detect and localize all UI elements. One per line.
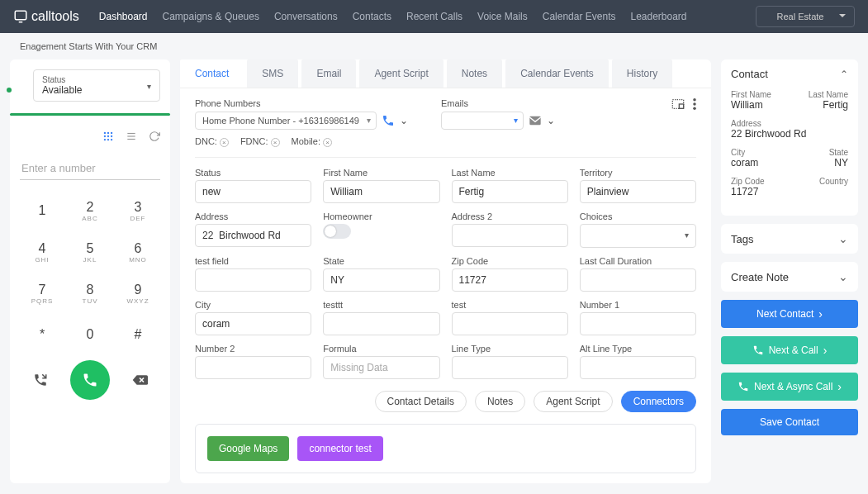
keypad-key-*[interactable]: * — [20, 316, 64, 354]
keypad-icon[interactable] — [102, 131, 114, 142]
next-contact-button[interactable]: Next Contact — [721, 300, 858, 328]
contact-details-pill[interactable]: Contact Details — [375, 391, 467, 412]
emails-label: Emails — [441, 98, 555, 108]
number2-field[interactable] — [195, 356, 311, 379]
expand-icon[interactable] — [671, 98, 685, 110]
create-note-card: Create Note — [721, 262, 858, 292]
homeowner-toggle[interactable] — [323, 224, 351, 239]
phone-icon — [752, 344, 764, 356]
tab-history[interactable]: History — [612, 59, 672, 88]
dnc-toggle[interactable]: × — [220, 138, 229, 147]
last-call-field[interactable] — [580, 268, 696, 292]
keypad-key-1[interactable]: 1 — [20, 192, 64, 230]
svg-point-18 — [693, 107, 696, 111]
keypad-key-5[interactable]: 5JKL — [68, 233, 112, 271]
email-select[interactable] — [441, 112, 524, 130]
mobile-toggle[interactable]: × — [323, 138, 332, 147]
svg-point-3 — [111, 132, 112, 134]
main-nav: DashboardCampaigns & QueuesConversations… — [99, 11, 687, 22]
connectors-pill[interactable]: Connectors — [621, 391, 696, 412]
alt-line-field[interactable] — [580, 356, 696, 379]
keypad-key-8[interactable]: 8TUV — [68, 274, 112, 312]
chevron-down-icon[interactable]: ⌄ — [547, 115, 555, 126]
nav-item-contacts[interactable]: Contacts — [353, 11, 391, 22]
status-indicator-dot — [7, 88, 12, 93]
agent-script-pill[interactable]: Agent Script — [534, 391, 612, 412]
contact-card-header[interactable]: Contact — [721, 59, 858, 88]
keypad-key-#[interactable]: # — [116, 316, 160, 354]
chevron-down-icon[interactable]: ⌄ — [400, 115, 408, 126]
create-note-header[interactable]: Create Note — [721, 262, 858, 292]
tab-contact[interactable]: Contact — [180, 59, 244, 88]
number1-field[interactable] — [580, 312, 696, 335]
fdnc-toggle[interactable]: × — [271, 138, 280, 147]
tags-card-header[interactable]: Tags — [721, 224, 858, 254]
nav-item-recent-calls[interactable]: Recent Calls — [406, 11, 462, 22]
phone-numbers-label: Phone Numbers — [195, 98, 408, 108]
tags-card: Tags — [721, 224, 858, 254]
phone-number-select[interactable]: Home Phone Number - +16316986149 — [195, 112, 377, 130]
choices-select[interactable] — [580, 224, 696, 248]
state-field[interactable] — [323, 268, 439, 292]
nav-item-conversations[interactable]: Conversations — [274, 11, 338, 22]
first-name-field[interactable] — [323, 180, 439, 203]
status-field[interactable] — [195, 180, 311, 203]
contact-card: Contact First NameWilliamLast NameFertig… — [721, 59, 858, 216]
connectors-box: Google Maps connector test — [195, 424, 696, 473]
last-name-field[interactable] — [452, 180, 568, 203]
dial-button[interactable] — [70, 360, 110, 400]
outgoing-call-icon[interactable] — [29, 368, 52, 392]
address2-field[interactable] — [452, 224, 568, 247]
status-bar — [10, 113, 170, 116]
keypad-key-3[interactable]: 3DEF — [116, 192, 160, 230]
save-contact-button[interactable]: Save Contact — [721, 409, 858, 435]
google-maps-button[interactable]: Google Maps — [207, 436, 289, 461]
nav-item-leaderboard[interactable]: Leaderboard — [630, 11, 686, 22]
dnc-row: DNC:× FDNC:× Mobile:× — [195, 136, 696, 147]
tab-notes[interactable]: Notes — [447, 59, 502, 88]
zip-field[interactable] — [452, 268, 568, 292]
keypad-key-9[interactable]: 9WXYZ — [116, 274, 160, 312]
city-field[interactable] — [195, 312, 311, 335]
address-field[interactable] — [195, 224, 311, 247]
nav-item-campaigns-queues[interactable]: Campaigns & Queues — [163, 11, 259, 22]
svg-point-6 — [111, 135, 112, 137]
nav-item-voice-mails[interactable]: Voice Mails — [477, 11, 528, 22]
keypad-key-2[interactable]: 2ABC — [68, 192, 112, 230]
territory-field[interactable] — [580, 180, 696, 203]
right-column: Contact First NameWilliamLast NameFertig… — [721, 59, 858, 483]
svg-point-2 — [107, 132, 109, 134]
next-call-button[interactable]: Next & Call — [721, 336, 858, 364]
industry-dropdown[interactable]: Real Estate — [756, 6, 855, 27]
next-async-call-button[interactable]: Next & Async Call — [721, 373, 858, 401]
nav-item-dashboard[interactable]: Dashboard — [99, 11, 148, 22]
brand-logo: calltools — [13, 9, 79, 24]
svg-point-17 — [693, 102, 696, 106]
keypad-key-6[interactable]: 6MNO — [116, 233, 160, 271]
backspace-icon[interactable] — [128, 368, 151, 392]
phone-number-input[interactable] — [20, 157, 160, 180]
testtt-field[interactable] — [323, 312, 439, 335]
notes-pill[interactable]: Notes — [475, 391, 525, 412]
call-icon[interactable] — [382, 114, 395, 127]
more-options-icon[interactable] — [693, 98, 696, 110]
keypad-key-0[interactable]: 0 — [68, 316, 112, 354]
status-dropdown[interactable]: Status Available — [33, 69, 160, 102]
svg-point-5 — [107, 135, 109, 137]
list-icon[interactable] — [126, 131, 137, 142]
formula-field[interactable] — [323, 356, 439, 379]
nav-item-calendar-events[interactable]: Calendar Events — [543, 11, 616, 22]
tab-agent-script[interactable]: Agent Script — [359, 59, 443, 88]
test2-field[interactable] — [452, 312, 568, 335]
tab-sms[interactable]: SMS — [247, 59, 298, 88]
keypad-key-7[interactable]: 7PQRS — [20, 274, 64, 312]
tab-calendar-events[interactable]: Calendar Events — [505, 59, 609, 88]
test-field[interactable] — [195, 268, 311, 292]
connector-test-button[interactable]: connector test — [297, 436, 382, 461]
svg-point-9 — [111, 139, 112, 140]
line-type-field[interactable] — [452, 356, 568, 379]
tab-email[interactable]: Email — [301, 59, 356, 88]
mail-icon[interactable] — [529, 115, 542, 126]
refresh-icon[interactable] — [149, 131, 160, 142]
keypad-key-4[interactable]: 4GHI — [20, 233, 64, 271]
